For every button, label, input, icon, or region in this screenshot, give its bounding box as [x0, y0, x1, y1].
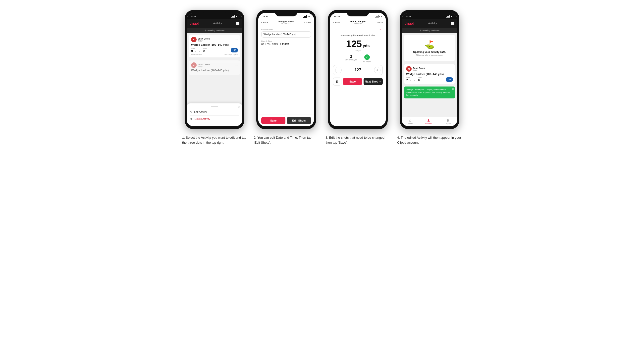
shot-input-value[interactable]: 127: [354, 68, 361, 72]
status-icons-1: ▾ ▪: [232, 15, 238, 18]
back-button-3[interactable]: < Back: [333, 21, 340, 24]
battery-icon-2: ▪: [309, 15, 310, 18]
logo-1: clippd: [190, 21, 199, 25]
battery-icon-4: ▪: [453, 15, 454, 18]
screen-1: 14:38 ▾ ▪ clippd Act: [187, 13, 242, 126]
shot-action-row: 🗑 Save Next Shot →: [333, 78, 383, 86]
nav-activities[interactable]: ♟ Activities: [425, 118, 432, 124]
user-name-2: Josh Coles: [198, 63, 210, 66]
status-time-3: 14:39: [334, 15, 340, 18]
status-icons-2: ▾ ▪: [303, 15, 310, 18]
status-time-4: 14:38: [406, 15, 411, 18]
three-dots-2[interactable]: ···: [235, 63, 238, 67]
card-title-4: Wedge Ladder (100–140 yds): [406, 73, 453, 76]
delete-shot-button[interactable]: 🗑: [333, 78, 342, 86]
card-title-1: Wedge Ladder (100–140 yds): [191, 43, 238, 46]
form-buttons-2: Save Edit Shots: [258, 115, 314, 126]
phone-shell-2: 14:38 ▾ ▪ < Back: [256, 10, 316, 129]
shot-nav-bar: < Back Shot 6, 125 yds Score 7/9 Cancel: [330, 19, 386, 26]
notch-3: [347, 10, 369, 16]
logo-4: clippd: [404, 21, 414, 25]
hamburger-menu-1[interactable]: [236, 22, 240, 25]
app-header-4: clippd Activity: [402, 19, 457, 28]
screen-3: 14:39 ▾ ▪ < Back: [330, 13, 386, 126]
user-info-1: Josh Coles Today: [198, 37, 210, 42]
screen-2: 14:38 ▾ ▪ < Back: [258, 13, 314, 126]
three-dots-4[interactable]: ···: [450, 67, 453, 71]
prev-shot-arrow[interactable]: ←: [334, 27, 338, 31]
score-stat: Score 9 OUT OF: [191, 47, 200, 53]
next-shot-button[interactable]: Next Shot →: [364, 78, 383, 85]
sheet-close[interactable]: ✕: [238, 105, 240, 109]
time-field[interactable]: 1:13 PM: [280, 43, 289, 46]
avatar-name-4: JC Josh Coles Today: [406, 66, 425, 72]
distance-unit: yds: [363, 44, 370, 48]
user-name-1: Josh Coles: [198, 37, 210, 40]
next-shot-arrow[interactable]: →: [378, 27, 382, 31]
status-time-2: 14:38: [262, 15, 268, 18]
increment-button[interactable]: +: [374, 67, 380, 73]
shot-body: Enter carry distance for each shot 125 y…: [330, 32, 386, 126]
sheet-handle: [211, 106, 218, 107]
screen-body-4: ⛳ Updating your activity data. This may …: [402, 33, 457, 117]
three-dots-1[interactable]: ···: [235, 38, 238, 41]
card-header-4: JC Josh Coles Today ···: [406, 66, 453, 72]
hamburger-menu-4[interactable]: [451, 22, 454, 25]
signal-icon-4: [446, 15, 450, 18]
capture-label: Capture: [445, 123, 451, 124]
arrow-right-icon: →: [379, 80, 382, 83]
success-toast: "Wedge Ladder (100–140 yds)" was updated…: [404, 86, 456, 98]
phone-2: 14:38 ▾ ▪ < Back: [254, 10, 318, 129]
notch-2: [275, 10, 297, 16]
nav-title-2: Wedge Ladder 06 Mar 2023: [268, 20, 304, 25]
bottom-sheet-1: ✕ ✎ Edit Activity 🗑 Delete Activity: [187, 103, 242, 126]
user-info-4: Josh Coles Today: [413, 67, 425, 71]
pencil-icon: ✎: [190, 111, 192, 113]
quality-badge-1: 130: [231, 48, 238, 52]
home-label: Home: [408, 123, 412, 124]
hit-target-circle: ✓: [364, 54, 370, 60]
decrement-button[interactable]: −: [335, 67, 342, 73]
updating-section: ⛳ Updating your activity data. This may …: [404, 35, 456, 61]
header-title-1: Activity: [213, 22, 222, 25]
difference-metric: 2 Difference (yds): [345, 54, 357, 62]
nav-home[interactable]: ⌂ Home: [408, 118, 412, 124]
wifi-icon-3: ▾: [379, 15, 380, 18]
shot-nav-title: Shot 6, 125 yds Score 7/9: [350, 20, 366, 25]
practice-title-input[interactable]: Wedge Ladder (100–140 yds): [261, 31, 311, 37]
viewing-banner-1: ⚙ Viewing Activities: [187, 28, 242, 33]
phone-1: 14:38 ▾ ▪ clippd Act: [182, 10, 247, 129]
edit-shots-button[interactable]: Edit Shots: [287, 117, 311, 124]
toast-close[interactable]: ✕: [452, 87, 454, 91]
nav-capture[interactable]: ⊕ Capture: [445, 118, 451, 124]
bottom-nav-4: ⌂ Home ♟ Activities ⊕ Capture: [402, 117, 457, 126]
card-stats-1: Score 9 OUT OF Shots 9 130: [191, 47, 238, 53]
user-name-4: Josh Coles: [413, 67, 425, 69]
activity-card-4[interactable]: JC Josh Coles Today ··· Wedge Ladder (10…: [404, 64, 456, 84]
date-field[interactable]: 06 / 03 / 2023: [261, 43, 278, 46]
back-button-2[interactable]: < Back: [261, 21, 268, 24]
number-input-row: − 127 +: [333, 65, 383, 75]
notch-1: [203, 10, 226, 16]
activity-card-1[interactable]: JC Josh Coles Today ··· Wedge Ladder (10…: [188, 35, 240, 57]
caption-3: 3. Edit the shots that need to be change…: [326, 135, 390, 145]
captions-row: 1. Select the Activity you want to edit …: [182, 135, 462, 145]
wifi-icon: ▾: [236, 15, 237, 18]
save-shot-button[interactable]: Save: [343, 78, 362, 85]
filter-icon-1: ⚙: [204, 29, 206, 32]
edit-form: Practice Title Wedge Ladder (100–140 yds…: [258, 26, 314, 115]
save-button-2[interactable]: Save: [261, 117, 286, 124]
carry-instruction: Enter carry distance for each shot: [340, 34, 375, 37]
cancel-button-2[interactable]: Cancel: [304, 21, 311, 24]
delete-activity-item[interactable]: 🗑 Delete Activity: [190, 116, 239, 122]
cancel-button-3[interactable]: Cancel: [376, 21, 383, 24]
filter-icon-4: ⚙: [420, 29, 422, 32]
edit-activity-item[interactable]: ✎ Edit Activity: [190, 109, 239, 115]
score-stat-4: Score 7 OUT OF: [406, 77, 415, 82]
date-time-row: 06 / 03 / 2023 1:13 PM: [261, 43, 311, 46]
battery-icon: ▪: [238, 15, 238, 18]
activity-card-2[interactable]: JC Josh Coles Today ··· Wedge Ladder (10…: [188, 60, 240, 75]
capture-icon: ⊕: [446, 118, 450, 122]
card-header-2: JC Josh Coles Today ···: [191, 62, 238, 68]
wifi-icon-4: ▾: [451, 15, 452, 18]
